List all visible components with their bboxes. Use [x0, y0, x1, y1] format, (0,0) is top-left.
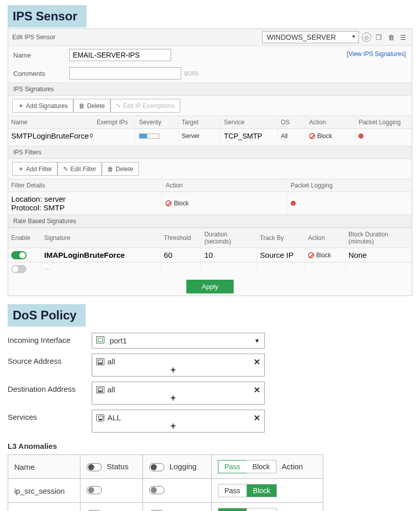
col-packet-logging: Packet Logging: [355, 116, 412, 128]
logging-dot-icon: [358, 133, 363, 139]
sig-os: All: [278, 129, 306, 143]
comments-hint: 0/255: [184, 70, 199, 76]
header-block-button[interactable]: Block: [246, 461, 276, 473]
col-severity: Severity: [136, 116, 178, 128]
edit-ips-header: Edit IPS Sensor: [12, 34, 55, 41]
add-service-button[interactable]: +: [96, 422, 250, 431]
name-label: Name: [13, 51, 69, 59]
block-icon: [165, 200, 172, 206]
rate-trackby: Source IP: [257, 248, 305, 262]
ips-filters-header: IPS Filters: [8, 146, 412, 159]
anomaly-row: ip_src_session Pass Block: [8, 479, 323, 503]
rate-signature: IMAPLoginBruteForce: [41, 248, 161, 262]
source-address-box[interactable]: all ✕ +: [92, 354, 265, 376]
status-header-toggle-icon[interactable]: [87, 463, 102, 471]
sig-packet-logging: [355, 129, 412, 143]
sig-severity: [136, 129, 178, 143]
chevron-down-icon: ▼: [254, 337, 260, 344]
toolbar-list-icon[interactable]: ☰: [399, 33, 408, 42]
col-action: Action: [306, 116, 355, 128]
toolbar-trash-icon[interactable]: 🗑: [386, 33, 396, 42]
col-os: OS: [278, 116, 306, 128]
block-icon: [309, 133, 315, 139]
anomaly-table: Name Status Logging Pass Block Action ip…: [8, 454, 323, 511]
rate-action: Block: [305, 248, 346, 262]
rcol-signature: Signature: [41, 228, 161, 248]
services-box[interactable]: ALL ✕ +: [92, 410, 265, 433]
rate-row-disabled: —: [8, 262, 412, 276]
name-input[interactable]: [69, 49, 171, 61]
toolbar-target-icon[interactable]: ◎: [362, 33, 371, 42]
header-pass-button[interactable]: Pass: [218, 460, 247, 473]
ips-signatures-header: IPS Signatures: [8, 83, 412, 96]
sig-action: Block: [306, 129, 355, 143]
rate-threshold: 60: [161, 248, 202, 262]
enable-toggle[interactable]: [11, 251, 26, 259]
dos-policy-title: DoS Policy: [8, 304, 86, 327]
logging-dot-icon: [291, 201, 296, 206]
comments-input[interactable]: [69, 67, 181, 79]
rate-duration: 10: [201, 248, 257, 262]
remove-service-icon[interactable]: ✕: [254, 413, 260, 423]
ips-sensor-title: IPS Sensor: [8, 5, 87, 28]
delete-filter-button[interactable]: 🗑 Delete: [102, 162, 139, 176]
fcol-action: Action: [162, 179, 287, 192]
rcol-action: Action: [305, 228, 346, 248]
status-toggle[interactable]: [87, 486, 102, 494]
block-button[interactable]: Block: [247, 485, 276, 497]
filter-detail-2: Protocol: SMTP: [11, 203, 65, 212]
rcol-duration: Duration (seconds): [201, 228, 257, 248]
delete-signatures-button[interactable]: 🗑 Delete: [73, 99, 110, 113]
filter-row[interactable]: Location: server Protocol: SMTP Block: [8, 192, 412, 214]
apply-button[interactable]: Apply: [186, 280, 234, 293]
rate-row[interactable]: IMAPLoginBruteForce 60 10 Source IP Bloc…: [8, 248, 412, 262]
edit-ip-exemptions-button[interactable]: ✎ Edit IP Exemptions: [110, 99, 180, 113]
address-icon: [96, 386, 104, 393]
incoming-interface-label: Incoming Interface: [8, 333, 92, 344]
rcol-trackby: Track By: [257, 228, 305, 248]
filter-detail-1: Location: server: [11, 195, 66, 203]
col-target: Target: [179, 116, 221, 128]
remove-source-icon[interactable]: ✕: [254, 357, 260, 367]
rcol-threshold: Threshold: [161, 228, 202, 248]
remove-dest-icon[interactable]: ✕: [254, 385, 260, 395]
add-signatures-button[interactable]: ＋Add Signatures: [12, 99, 73, 113]
col-name: Name: [8, 455, 80, 479]
add-filter-button[interactable]: ＋Add Filter: [12, 162, 58, 176]
fcol-details: Filter Details: [8, 179, 162, 192]
destination-address-label: Destination Address: [8, 382, 92, 393]
profile-select[interactable]: WINDOWS_SERVER: [262, 31, 359, 43]
col-status[interactable]: Status: [80, 455, 143, 479]
rate-based-header: Rate Based Signatures: [8, 214, 412, 228]
sig-name: SMTPLoginBruteForce0: [8, 129, 94, 143]
add-source-button[interactable]: +: [96, 366, 250, 375]
services-label: Services: [8, 410, 92, 421]
port-icon: [96, 336, 104, 343]
col-logging[interactable]: Logging: [143, 455, 211, 479]
severity-bar-icon: [139, 133, 159, 139]
view-signatures-link[interactable]: [View IPS Signatures]: [347, 50, 406, 58]
filter-action: Block: [162, 192, 287, 214]
col-name: Name: [8, 116, 94, 128]
toolbar-copy-icon[interactable]: ❐: [374, 33, 383, 42]
pass-button[interactable]: Pass: [218, 508, 247, 511]
source-address-label: Source Address: [8, 354, 92, 365]
service-icon: [96, 414, 104, 421]
destination-address-box[interactable]: all ✕ +: [92, 382, 265, 405]
enable-toggle-off[interactable]: [11, 265, 26, 273]
pass-button[interactable]: Pass: [218, 485, 247, 497]
col-service: Service: [221, 116, 278, 128]
add-dest-button[interactable]: +: [96, 394, 250, 403]
rcol-blockdur: Block Duration (minutes): [346, 228, 412, 248]
filter-logging: [288, 192, 412, 214]
logging-header-toggle-icon[interactable]: [149, 463, 164, 471]
block-button[interactable]: Block: [247, 508, 276, 511]
signature-row[interactable]: SMTPLoginBruteForce0 Server TCP_SMTP All…: [8, 128, 412, 143]
rate-blockdur: None: [346, 248, 412, 262]
address-icon: [96, 358, 104, 365]
edit-filter-button[interactable]: ✎ Edit Filter: [58, 162, 102, 176]
anomaly-name: ip_src_session: [8, 479, 80, 503]
incoming-interface-select[interactable]: port1 ▼: [92, 333, 265, 348]
ips-panel: Edit IPS Sensor WINDOWS_SERVER ◎ ❐ 🗑 ☰ N…: [8, 29, 412, 296]
logging-toggle[interactable]: [149, 486, 164, 494]
